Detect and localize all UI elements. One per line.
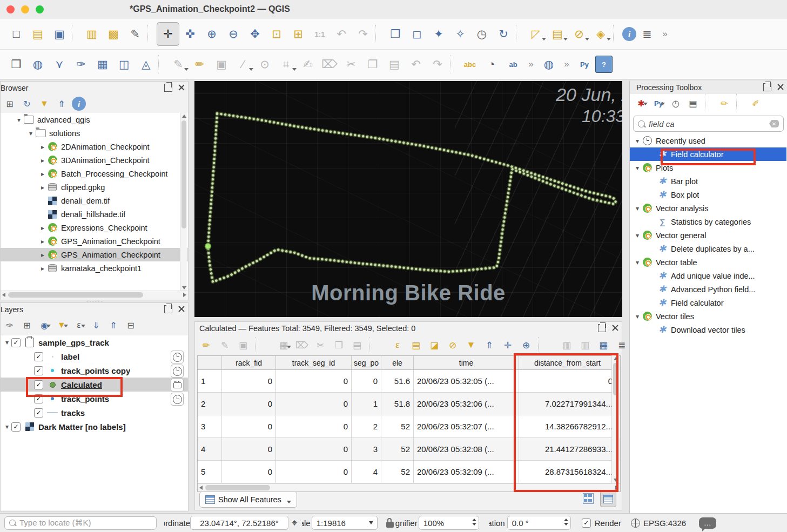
layer-item[interactable]: ▾ ✓ sample_gps_track (1, 335, 188, 349)
render-toggle[interactable]: ✓ Render (582, 518, 621, 528)
tree-caret-icon[interactable]: ▾ (633, 259, 642, 266)
dropdown-caret-icon[interactable] (249, 68, 253, 71)
data-source-manager-icon[interactable]: ❒ (5, 53, 27, 76)
select-all-icon[interactable]: ▤ (408, 337, 424, 353)
zoom-to-layer-icon[interactable]: ⊞ (287, 23, 309, 45)
new-map-view-icon[interactable]: ❒ (385, 23, 406, 45)
tree-caret-icon[interactable]: ▸ (38, 170, 47, 178)
table-cell[interactable]: 3 (352, 438, 381, 461)
messages-icon[interactable]: … (699, 517, 716, 529)
tree-caret-icon[interactable]: ▾ (633, 205, 642, 212)
layer-visibility-checkbox[interactable]: ✓ (34, 352, 43, 361)
table-cell[interactable]: 20/06/23 05:32:08 (... (414, 438, 519, 461)
table-cell[interactable]: 0 (276, 438, 352, 461)
table-toggle-editing-icon[interactable]: ✏ (198, 337, 214, 353)
new-geopackage-layer-icon[interactable]: ◍ (27, 53, 49, 76)
python-models-icon[interactable]: Py (651, 96, 665, 110)
toolbar-separator[interactable] (613, 25, 621, 43)
table-cell[interactable]: 0 (222, 461, 276, 483)
table-save-edits-icon[interactable]: ▣ (235, 337, 251, 353)
layer-indicator-badge[interactable] (171, 393, 184, 406)
pan-map-to-selection-icon[interactable]: ✛ (500, 337, 516, 353)
table-cell[interactable]: 0 (352, 370, 381, 393)
table-cell[interactable]: 0 (276, 461, 352, 483)
toolbox-tree-item[interactable]: ▾ Vector general (630, 228, 786, 242)
filter-by-expression-icon[interactable]: ε (72, 318, 86, 332)
zoom-to-selection-icon[interactable]: ⊡ (266, 23, 287, 45)
cut-features-icon[interactable]: ✂ (340, 53, 362, 76)
table-cell[interactable]: 0 (222, 393, 276, 415)
tree-caret-icon[interactable]: ▸ (38, 265, 47, 272)
move-label-icon[interactable]: ab (502, 53, 524, 76)
layer-visibility-checkbox[interactable]: ✓ (34, 366, 43, 375)
table-cell[interactable]: 4 (352, 461, 381, 483)
crs-status-button[interactable]: EPSG:4326 (631, 518, 686, 528)
layer-visibility-checkbox[interactable]: ✓ (11, 338, 21, 347)
select-by-value-icon[interactable]: ▤ (547, 23, 568, 45)
layer-item[interactable]: ✓ track_points (1, 392, 188, 406)
zoom-last-icon[interactable]: ↶ (331, 23, 352, 45)
browser-horizontal-scrollbar[interactable] (1, 291, 188, 299)
temporal-controller-icon[interactable]: ◷ (471, 23, 493, 45)
toolbox-tree-item[interactable]: Delete duplicates by a... (630, 242, 786, 255)
toolbox-tree-item[interactable]: Bar plot (630, 174, 786, 188)
tree-caret-icon[interactable]: ▾ (3, 339, 11, 346)
browser-tree-item[interactable]: ▸ Expressions_Checkpoint (1, 221, 188, 234)
toolbar-separator[interactable] (450, 55, 458, 73)
column-header-distance_from_start[interactable]: distance_from_start (519, 356, 616, 370)
delete-field-icon[interactable]: ▥ (577, 337, 593, 353)
toolbar-separator[interactable] (72, 25, 79, 43)
toolbar-separator[interactable] (158, 55, 166, 73)
web-toolbar-overflow-icon[interactable]: » (560, 53, 574, 76)
browser-tree-item[interactable]: ▾ advanced_qgis (1, 113, 188, 126)
table-cell[interactable]: 0 (222, 415, 276, 438)
toolbar-separator[interactable] (538, 337, 555, 353)
new-print-layout-icon[interactable]: ▥ (81, 23, 103, 45)
rotation-spinbox[interactable]: 0.0 ° (507, 516, 571, 530)
identify-features-icon[interactable]: i (622, 27, 636, 41)
toolbar-overflow-icon[interactable]: » (658, 23, 672, 45)
toolbar-separator[interactable] (375, 25, 383, 43)
invert-selection-icon[interactable]: ◪ (426, 337, 442, 353)
dropdown-caret-icon[interactable] (661, 103, 665, 105)
layer-item[interactable]: ✓ Calculated (1, 378, 188, 392)
toolbox-tree-item[interactable]: ▾ Recently used (630, 134, 786, 147)
pan-map-icon[interactable]: ✛ (157, 22, 179, 46)
column-header-rack_fid[interactable]: rack_fid (222, 356, 276, 370)
minimize-window-button[interactable] (21, 5, 29, 14)
properties-widget-icon[interactable]: i (72, 97, 86, 111)
search-input[interactable]: field ca (649, 119, 765, 129)
current-edits-icon[interactable]: ✎ (167, 53, 189, 76)
feature-filter-button[interactable]: Show All Features (199, 491, 297, 508)
column-header-ele[interactable]: ele (381, 356, 414, 370)
form-view-button[interactable] (581, 491, 596, 506)
save-project-icon[interactable]: ▣ (49, 23, 70, 45)
add-selected-layers-icon[interactable]: ⊞ (3, 97, 17, 111)
new-project-icon[interactable]: □ (5, 23, 27, 45)
tree-caret-icon[interactable]: ▾ (633, 137, 642, 145)
browser-tree-item[interactable]: ▸ GPS_Animation_Checkpoint (1, 248, 188, 261)
table-cell[interactable]: 52 (381, 415, 414, 438)
browser-tree-item[interactable]: denali_hillshade.tif (1, 207, 188, 221)
collapse-all-layers-icon[interactable]: ⇑ (106, 318, 120, 332)
modify-attributes-icon[interactable]: ✍ (297, 53, 319, 76)
table-cell[interactable]: 51.6 (381, 370, 414, 393)
table-cell[interactable]: 0 (276, 415, 352, 438)
table-cell[interactable]: 52 (381, 461, 414, 483)
conditional-formatting-icon[interactable]: ≣ (614, 337, 630, 353)
table-cell[interactable]: 28.87315618324... (519, 461, 616, 483)
float-panel-icon[interactable] (164, 305, 172, 313)
toolbox-tree-item[interactable]: Box plot (630, 188, 786, 201)
browser-tree-item[interactable]: denali_dem.tif (1, 194, 188, 207)
toolbox-tree-item[interactable]: Download vector tiles (630, 323, 786, 336)
layer-item[interactable]: ✓ tracks (1, 406, 188, 420)
dropdown-caret-icon[interactable] (184, 68, 189, 71)
browser-vertical-scrollbar[interactable] (180, 113, 187, 291)
table-row[interactable]: 40035220/06/23 05:32:08 (...21.441272869… (198, 438, 620, 461)
tree-caret-icon[interactable]: ▸ (38, 224, 47, 232)
table-cut-icon[interactable]: ✂ (312, 337, 328, 353)
toolbar-separator[interactable] (147, 25, 155, 43)
filter-browser-icon[interactable]: ▼ (37, 97, 51, 111)
select-by-location-icon[interactable]: ◈ (590, 23, 611, 45)
table-cell[interactable]: 0 (276, 393, 352, 415)
